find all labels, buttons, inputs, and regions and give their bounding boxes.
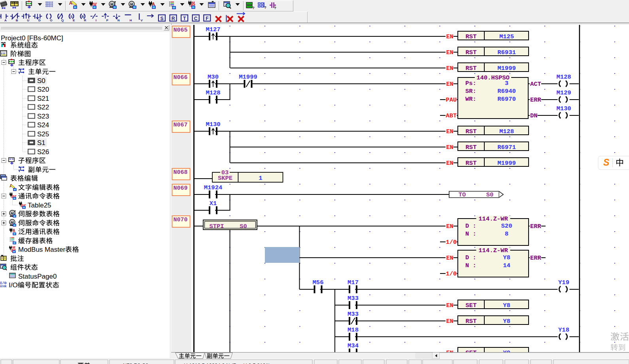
svg-text:EN: EN [446, 81, 454, 88]
svg-text:Y8: Y8 [503, 302, 510, 309]
svg-text:?: ? [264, 6, 266, 9]
svg-text:EN: EN [446, 65, 454, 72]
svg-text:S24: S24 [37, 121, 49, 129]
svg-text:RST: RST [466, 49, 477, 56]
svg-text:N066: N066 [174, 74, 188, 81]
svg-text:RST: RST [466, 144, 477, 151]
svg-text:ABT: ABT [446, 112, 457, 119]
svg-text:D: D [38, 19, 41, 22]
svg-text:N068: N068 [174, 169, 188, 176]
svg-text:8: 8 [505, 230, 508, 238]
svg-text:1/0: 1/0 [446, 239, 457, 246]
svg-text:S: S [70, 15, 73, 19]
svg-text:M128: M128 [499, 128, 514, 135]
svg-text:S23: S23 [37, 113, 49, 120]
svg-text:M129: M129 [556, 89, 571, 96]
svg-text:EN: EN [446, 33, 454, 40]
svg-text:T: T [183, 16, 186, 21]
svg-text:S20: S20 [501, 223, 512, 230]
svg-text:EN: EN [446, 160, 454, 167]
svg-text:N :: N : [465, 262, 476, 269]
svg-text:C: C [194, 16, 198, 21]
svg-text:Table25: Table25 [28, 202, 51, 209]
svg-text:M130: M130 [556, 105, 571, 112]
svg-text:U: U [27, 19, 29, 22]
svg-text:M33: M33 [348, 295, 359, 302]
svg-text:S21: S21 [37, 95, 49, 102]
svg-text:M: M [12, 245, 15, 249]
svg-text:N70:R0.C0: N70:R0.C0 [123, 362, 148, 364]
svg-text:Y18: Y18 [558, 326, 569, 334]
svg-text:StatusPage0: StatusPage0 [18, 273, 57, 280]
svg-text:I: I [96, 19, 96, 22]
svg-text:EN: EN [446, 318, 454, 325]
svg-text:SKPE: SKPE [218, 175, 232, 182]
svg-text:ModBus Master: ModBus Master [18, 246, 65, 253]
svg-text:EN: EN [446, 144, 454, 151]
svg-text:S: S [160, 16, 163, 21]
svg-text:TO: TO [459, 191, 466, 198]
svg-text:R6940: R6940 [497, 88, 516, 95]
svg-text:M1924: M1924 [204, 184, 223, 191]
svg-text:N: N [117, 19, 120, 22]
svg-text:A: A [152, 2, 155, 6]
svg-text:S25: S25 [37, 130, 49, 138]
svg-text:S0: S0 [486, 191, 494, 198]
svg-text:EN: EN [446, 302, 454, 309]
svg-text:1/0: 1/0 [446, 270, 457, 277]
svg-text:114.Z-WR: 114.Z-WR [478, 247, 508, 254]
svg-text:F: F [206, 16, 208, 21]
svg-text:XYR: XYR [0, 285, 6, 288]
svg-text:H: H [130, 19, 132, 22]
svg-text:ERR: ERR [530, 255, 542, 262]
svg-text:M56: M56 [313, 279, 324, 286]
svg-text:P: P [106, 19, 109, 22]
svg-text:Y19: Y19 [558, 279, 569, 286]
svg-text:STPI: STPI [209, 223, 224, 230]
svg-text:S26: S26 [37, 148, 49, 156]
svg-text:RST: RST [466, 65, 477, 72]
svg-text:M1999: M1999 [239, 74, 257, 81]
svg-text:R6970: R6970 [497, 96, 516, 103]
svg-text:1: 1 [259, 175, 262, 182]
svg-text:I/O: I/O [9, 281, 18, 289]
svg-text:A: A [12, 228, 15, 233]
svg-text:N069: N069 [174, 185, 188, 192]
svg-text:S1: S1 [37, 139, 45, 147]
svg-text:SET: SET [466, 302, 477, 309]
svg-text:14: 14 [503, 262, 510, 269]
svg-text:M34: M34 [348, 342, 359, 349]
svg-text:E: E [73, 19, 75, 22]
svg-text:Ps:: Ps: [465, 80, 476, 87]
svg-text:RST: RST [466, 33, 477, 40]
svg-text:R: R [84, 19, 86, 22]
svg-text:S: S [603, 157, 610, 168]
svg-text:?: ? [252, 6, 255, 10]
svg-text:M128: M128 [206, 89, 220, 96]
svg-text:EN: EN [446, 49, 454, 56]
svg-text:N070: N070 [174, 217, 188, 223]
svg-text:M128: M128 [556, 74, 571, 81]
svg-text:U:1012.5 10234.0 N (Rsv U:0.5: U:1012.5 10234.0 N (Rsv U:0.5 8191) [184, 362, 270, 364]
svg-text:RST: RST [466, 318, 477, 325]
svg-text:DN: DN [530, 112, 538, 119]
svg-text:M127: M127 [206, 26, 220, 33]
svg-text:R: R [172, 16, 175, 21]
svg-text:D :: D : [465, 254, 476, 261]
svg-text:M33: M33 [348, 311, 359, 318]
svg-text:D :: D : [465, 223, 476, 230]
svg-text:A: A [4, 19, 7, 22]
svg-text:ERR: ERR [530, 96, 542, 104]
svg-text:R6931: R6931 [497, 49, 516, 56]
svg-text:RST: RST [466, 128, 477, 135]
svg-text:M1999: M1999 [497, 65, 516, 72]
svg-text:M1999: M1999 [497, 160, 516, 167]
svg-text:Y8: Y8 [503, 254, 510, 261]
svg-text:N065: N065 [174, 27, 188, 34]
svg-text:RST: RST [466, 160, 477, 167]
svg-text:EN: EN [446, 255, 454, 262]
svg-text:WR:: WR: [465, 96, 476, 103]
svg-text:M17: M17 [348, 279, 359, 286]
svg-text:Project0 [FBs-60MC]: Project0 [FBs-60MC] [1, 34, 63, 42]
svg-text:V: V [141, 19, 143, 22]
